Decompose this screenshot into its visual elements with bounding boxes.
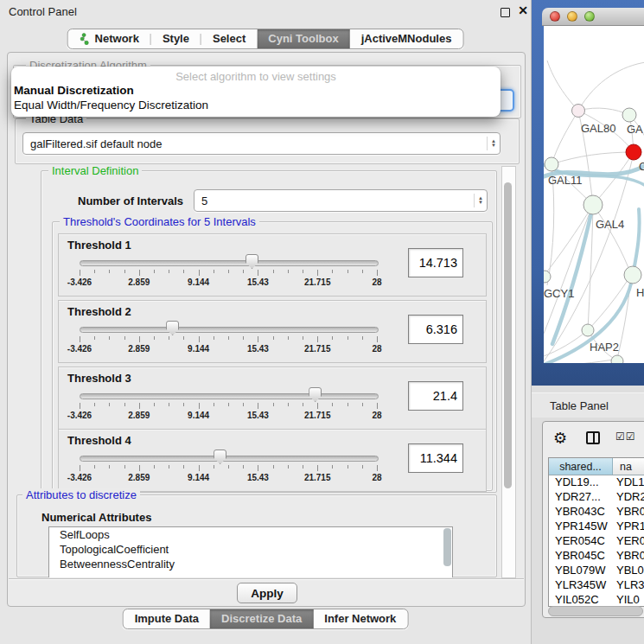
cell-shared-name[interactable]: YDR27...	[549, 490, 612, 505]
cell-name[interactable]: YDR2	[612, 490, 644, 505]
tab-infer-network[interactable]: Infer Network	[313, 609, 407, 628]
network-node-hap2[interactable]	[582, 324, 594, 336]
network-edge-highlighted[interactable]	[552, 205, 593, 344]
network-edge[interactable]	[578, 62, 644, 111]
network-edge[interactable]	[552, 111, 578, 164]
cell-shared-name[interactable]: YPR145W	[549, 520, 612, 534]
settings-scrollbar[interactable]	[501, 166, 516, 578]
dropdown-hint-option[interactable]: Select algorithm to view settings	[11, 70, 501, 83]
network-edge[interactable]	[547, 61, 578, 111]
scrollbar-thumb[interactable]	[504, 182, 512, 488]
table-row[interactable]: YBR045CYBR0	[549, 549, 644, 564]
threshold-value-field[interactable]: 6.316	[408, 315, 463, 344]
list-item[interactable]: TopologicalCoefficient	[49, 542, 452, 557]
slider-tick	[303, 403, 303, 406]
hscrollbar-thumb[interactable]	[548, 606, 643, 616]
slider-track[interactable]	[80, 327, 379, 333]
slider-thumb[interactable]	[214, 450, 226, 464]
threshold-value-field[interactable]: 21.4	[408, 381, 463, 411]
cell-shared-name[interactable]: YDL19...	[549, 475, 612, 490]
network-node[interactable]	[611, 355, 623, 363]
slider-tick	[332, 465, 333, 469]
table-data-combobox[interactable]: galFiltered.sif default node ▲▼	[22, 132, 501, 155]
traffic-light-zoom-icon[interactable]	[584, 11, 595, 22]
number-of-intervals-label: Number of Intervals	[78, 194, 183, 207]
cell-shared-name[interactable]: YER054C	[549, 534, 612, 549]
network-edge[interactable]	[552, 152, 634, 164]
network-view-window: GAL80GACGAL11GAL4GCY1HHAP2	[532, 0, 644, 386]
checkbox-icon[interactable]: ☑☑	[615, 430, 636, 443]
tab-jactivemnodules[interactable]: jActiveMNodules	[350, 29, 463, 48]
slider-track[interactable]	[80, 260, 379, 266]
table-row[interactable]: YLR345WYLR3	[549, 578, 644, 593]
dropdown-option-manual-discretization[interactable]: Manual Discretization	[14, 84, 134, 97]
close-icon[interactable]: ✕	[518, 3, 528, 17]
column-header-shared-name[interactable]: shared...	[549, 458, 613, 475]
table-row[interactable]: YER054CYER0	[549, 534, 644, 549]
slider-thumb[interactable]	[309, 387, 322, 402]
numerical-attributes-list[interactable]: SelfLoopsTopologicalCoefficientBetweenne…	[48, 526, 453, 577]
threshold-value-field[interactable]: 14.713	[408, 248, 463, 277]
list-item[interactable]: BetweennessCentrality	[49, 557, 452, 571]
slider-tick	[273, 336, 274, 340]
traffic-light-close-icon[interactable]	[550, 11, 560, 22]
cell-shared-name[interactable]: YBR045C	[549, 549, 612, 564]
slider-tick-label: 9.144	[188, 344, 209, 354]
algorithm-dropdown-popup: Select algorithm to view settings Manual…	[11, 67, 501, 117]
table-row[interactable]: YDR27...YDR2	[549, 490, 644, 505]
network-node-c[interactable]	[626, 144, 641, 160]
cell-name[interactable]: YBL0	[612, 564, 644, 578]
table-row[interactable]: YPR145WYPR1	[549, 520, 644, 534]
column-header-name[interactable]: na	[613, 458, 644, 475]
columns-icon[interactable]	[586, 431, 600, 444]
threshold-panel-2: Threshold 2-3.4262.8599.14415.4321.71528…	[58, 300, 487, 363]
network-node-gal4[interactable]	[583, 195, 603, 214]
network-node-ga[interactable]	[622, 108, 636, 122]
apply-button[interactable]: Apply	[237, 583, 297, 603]
tab-network[interactable]: Network	[68, 29, 150, 48]
cell-shared-name[interactable]: YBR043C	[549, 505, 612, 520]
cell-shared-name[interactable]: YLR345W	[549, 578, 612, 593]
gear-icon[interactable]: ⚙	[553, 429, 567, 448]
tab-select[interactable]: Select	[201, 29, 257, 48]
slider-tick	[154, 270, 155, 273]
network-edge[interactable]	[593, 205, 631, 275]
tab-cyni-toolbox[interactable]: Cyni Toolbox	[257, 29, 349, 48]
node-label: GA	[627, 123, 643, 136]
network-node-gal80[interactable]	[572, 105, 585, 118]
tab-style[interactable]: Style	[151, 29, 201, 48]
cell-name[interactable]: YBR0	[612, 505, 644, 520]
network-canvas[interactable]: GAL80GACGAL11GAL4GCY1HHAP2	[544, 26, 644, 363]
slider-tick	[258, 270, 258, 276]
slider-thumb[interactable]	[245, 254, 258, 269]
network-node-h[interactable]	[624, 266, 641, 284]
table-row[interactable]: YBL079WYBL0	[549, 564, 644, 578]
table-horizontal-scrollbar[interactable]	[546, 605, 644, 615]
slider-tick	[317, 465, 318, 471]
slider-thumb[interactable]	[166, 321, 179, 335]
number-of-intervals-combobox[interactable]: 5 ▲▼	[194, 189, 488, 212]
network-edge[interactable]	[544, 205, 593, 334]
cell-name[interactable]: YPR1	[612, 520, 644, 534]
traffic-light-minimize-icon[interactable]	[567, 11, 577, 22]
tab-discretize-data[interactable]: Discretize Data	[210, 609, 313, 628]
threshold-value-field[interactable]: 11.344	[408, 443, 463, 473]
list-item[interactable]: SelfLoops	[49, 527, 452, 542]
slider-track[interactable]	[80, 456, 379, 462]
cell-name[interactable]: YBR0	[612, 549, 644, 564]
slider-track[interactable]	[80, 393, 379, 399]
dropdown-option-equal-width[interactable]: Equal Width/Frequency Discretization	[14, 99, 208, 112]
tab-label: jActiveMNodules	[361, 29, 452, 48]
cell-name[interactable]: YLR3	[612, 578, 644, 593]
list-scrollbar[interactable]	[443, 528, 451, 566]
window-title: Control Panel	[9, 5, 77, 18]
table-row[interactable]: YDL19...YDL1	[549, 475, 644, 490]
network-edge[interactable]	[552, 359, 617, 363]
float-window-icon[interactable]	[501, 8, 510, 17]
network-node-gal11[interactable]	[545, 157, 558, 171]
table-row[interactable]: YBR043CYBR0	[549, 505, 644, 520]
tab-impute-data[interactable]: Impute Data	[124, 609, 210, 628]
cell-shared-name[interactable]: YBL079W	[549, 564, 612, 578]
cell-name[interactable]: YER0	[612, 534, 644, 549]
cell-name[interactable]: YDL1	[612, 475, 644, 490]
